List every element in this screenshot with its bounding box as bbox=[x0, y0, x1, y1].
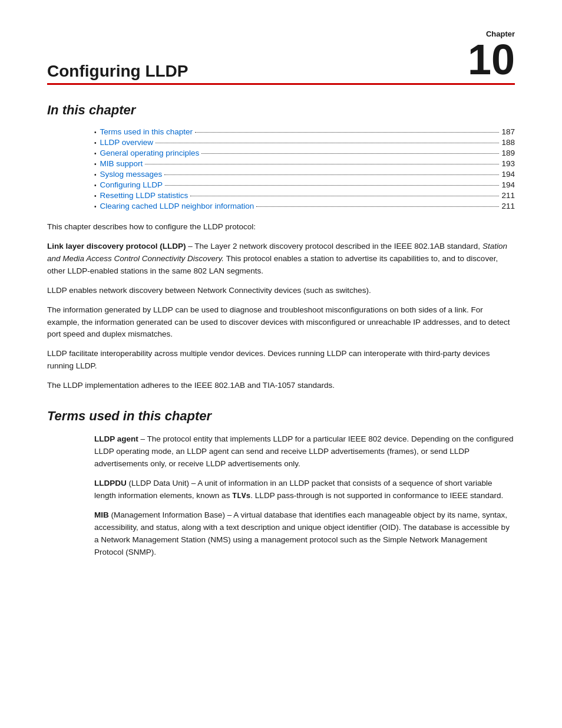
toc-item-2: • LLDP overview 188 bbox=[94, 138, 515, 147]
toc-bullet-7: • bbox=[94, 193, 97, 199]
toc-page-4: 193 bbox=[501, 159, 515, 168]
toc-link-4[interactable]: MIB support bbox=[100, 159, 143, 168]
toc-bullet-6: • bbox=[94, 182, 97, 189]
intro-text: This chapter describes how to configure … bbox=[47, 221, 515, 233]
term-mib-label: MIB bbox=[94, 510, 109, 519]
toc-link-2[interactable]: LLDP overview bbox=[100, 138, 154, 147]
chapter-right: Chapter 10 bbox=[468, 24, 515, 81]
toc-dots-2 bbox=[156, 143, 499, 143]
toc-link-8[interactable]: Clearing cached LLDP neighbor informatio… bbox=[100, 202, 254, 210]
toc-page-8: 211 bbox=[501, 202, 515, 210]
term-lldp-agent-label: LLDP agent bbox=[94, 434, 138, 443]
term-lldpdu-tlvs: TLVs bbox=[232, 492, 250, 500]
term-lldpdu-label: LLDPDU bbox=[94, 479, 127, 487]
toc-dots-7 bbox=[190, 196, 499, 196]
toc-dots-5 bbox=[164, 174, 499, 175]
toc-link-5[interactable]: Syslog messages bbox=[100, 170, 163, 179]
lldp-paragraph-3: The information generated by LLDP can be… bbox=[47, 304, 515, 341]
toc-item-8: • Clearing cached LLDP neighbor informat… bbox=[94, 202, 515, 210]
toc-link-6[interactable]: Configuring LLDP bbox=[100, 180, 163, 189]
toc-list: • Terms used in this chapter 187 • LLDP … bbox=[94, 127, 515, 210]
toc-link-7[interactable]: Resetting LLDP statistics bbox=[100, 191, 189, 200]
page-container: Configuring LLDP Chapter 10 In this chap… bbox=[0, 0, 562, 602]
term-lldpdu: LLDPDU (LLDP Data Unit) – A unit of info… bbox=[94, 477, 515, 502]
toc-page-6: 194 bbox=[501, 180, 515, 189]
term-lldp-agent: LLDP agent – The protocol entity that im… bbox=[94, 433, 515, 470]
chapter-divider bbox=[47, 83, 515, 85]
in-this-chapter-section: In this chapter • Terms used in this cha… bbox=[47, 103, 515, 392]
lldp-paragraph-4: LLDP facilitate interoperability across … bbox=[47, 348, 515, 373]
term-mib-text: (Management Information Base) – A virtua… bbox=[94, 510, 510, 556]
toc-item-5: • Syslog messages 194 bbox=[94, 170, 515, 179]
toc-link-1[interactable]: Terms used in this chapter bbox=[100, 127, 193, 136]
toc-dots-1 bbox=[195, 132, 499, 133]
lldp-definition-paragraph: Link layer discovery protocol (LLDP) – T… bbox=[47, 241, 515, 278]
toc-dots-4 bbox=[145, 164, 499, 164]
toc-page-2: 188 bbox=[501, 138, 515, 147]
toc-bullet-2: • bbox=[94, 140, 97, 146]
toc-page-1: 187 bbox=[501, 127, 515, 136]
toc-link-3[interactable]: General operating principles bbox=[100, 149, 200, 157]
toc-page-7: 211 bbox=[501, 191, 515, 200]
toc-bullet-8: • bbox=[94, 203, 97, 210]
lldp-text-1: – The Layer 2 network discovery protocol… bbox=[188, 242, 482, 251]
toc-bullet-3: • bbox=[94, 150, 97, 157]
term-lldp-agent-text: – The protocol entity that implements LL… bbox=[94, 434, 513, 468]
toc-dots-6 bbox=[165, 185, 499, 186]
terms-section: Terms used in this chapter LLDP agent – … bbox=[47, 409, 515, 559]
chapter-header: Configuring LLDP Chapter 10 bbox=[47, 24, 515, 81]
toc-page-5: 194 bbox=[501, 170, 515, 179]
toc-bullet-4: • bbox=[94, 161, 97, 167]
toc-item-1: • Terms used in this chapter 187 bbox=[94, 127, 515, 136]
toc-bullet-1: • bbox=[94, 129, 97, 136]
lldp-bold-term: Link layer discovery protocol (LLDP) bbox=[47, 242, 186, 251]
toc-item-4: • MIB support 193 bbox=[94, 159, 515, 168]
terms-heading: Terms used in this chapter bbox=[47, 409, 515, 424]
toc-dots-3 bbox=[201, 153, 499, 154]
toc-dots-8 bbox=[256, 206, 499, 207]
toc-item-7: • Resetting LLDP statistics 211 bbox=[94, 191, 515, 200]
lldp-paragraph-5: The LLDP implementation adheres to the I… bbox=[47, 380, 515, 392]
chapter-number: 10 bbox=[468, 38, 515, 81]
in-this-chapter-heading: In this chapter bbox=[47, 103, 515, 118]
toc-bullet-5: • bbox=[94, 172, 97, 178]
lldp-paragraph-2: LLDP enables network discovery between N… bbox=[47, 285, 515, 297]
toc-item-6: • Configuring LLDP 194 bbox=[94, 180, 515, 189]
toc-page-3: 189 bbox=[501, 149, 515, 157]
term-mib: MIB (Management Information Base) – A vi… bbox=[94, 509, 515, 559]
chapter-title: Configuring LLDP bbox=[47, 62, 468, 81]
toc-item-3: • General operating principles 189 bbox=[94, 149, 515, 157]
term-lldpdu-text-2: . LLDP pass-through is not supported in … bbox=[250, 491, 503, 500]
